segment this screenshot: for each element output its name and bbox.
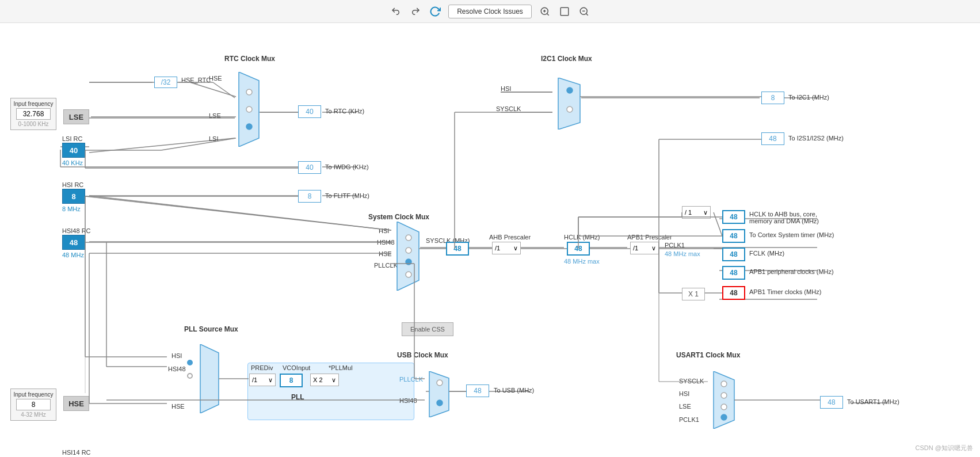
apb1-timer-box: 48 [722,286,745,300]
pll-hsi48-label: HSI48 [168,365,186,372]
prediv-dropdown[interactable]: /1 ∨ [249,374,276,386]
usb-mux-shape[interactable] [425,371,453,417]
input-freq-label-1: Input frequency [14,101,54,107]
prediv-value: /1 [252,376,257,383]
to-usb-label: To USB (MHz) [494,387,534,394]
hsi-block: 8 [62,189,85,204]
svg-point-44 [406,235,411,241]
hclk-ahb-box: 48 [722,210,745,224]
i2c1-sysclk-label: SYSCLK [496,105,521,112]
usart1-sysclk-label: SYSCLK [679,378,704,384]
svg-point-57 [721,393,727,398]
sys-hse-label: HSE [379,250,392,257]
hsi-rc-label: HSI RC [62,181,83,188]
svg-point-56 [721,381,727,387]
refresh-button[interactable] [429,5,441,18]
svg-line-65 [161,138,236,150]
fclk-label: FCLK (MHz) [749,250,784,257]
input-freq-value-2[interactable] [16,399,51,410]
svg-point-59 [721,414,727,420]
hclk-label: HCLK (MHz) [564,234,600,241]
pll-hsi-radio[interactable] [187,360,193,365]
pll-hsi48-radio[interactable] [187,373,193,379]
svg-marker-43 [397,222,419,291]
cortex-box: 48 [722,229,745,243]
zoom-in-button[interactable] [539,5,551,18]
usb-hsi48-label: HSI48 [399,397,417,404]
to-usart1-label: To USART1 (MHz) [847,398,899,405]
pclk1-max-label: 48 MHz max [665,250,700,257]
enable-css-button[interactable]: Enable CSS [402,322,453,336]
svg-point-45 [406,247,411,253]
hsi48-block: 48 [62,235,85,250]
vcoinput-label: VCOInput [283,364,310,371]
svg-point-42 [246,124,252,130]
apb1-prescaler-label: APB1 Prescaler [627,234,672,241]
hclk-ahb-label2: memory and DMA (MHz) [749,218,819,224]
svg-point-53 [437,380,443,386]
zoom-out-button[interactable] [578,5,590,18]
lsi-rc-label: LSI RC [62,135,82,142]
hse-rtc-label: HSE_RTC [181,77,211,83]
cortex-prescaler-dropdown[interactable]: / 1 ∨ [682,206,711,219]
hse-block: HSE [63,396,89,411]
lsi-block: 40 [62,143,85,158]
flitf-output-box: 8 [298,190,321,203]
usb-clock-mux-label: USB Clock Mux [397,351,448,359]
usb-output-box: 48 [466,384,489,397]
svg-line-22 [89,196,391,230]
ahb-prescaler-dropdown[interactable]: /1 ∨ [492,242,521,254]
to-i2c1-label: To I2C1 (MHz) [788,94,829,101]
pllmul-dropdown[interactable]: X 2 ∨ [310,374,339,386]
input-freq-panel-1: Input frequency 0-1000 KHz [10,98,56,130]
i2c1-clock-mux-label: I2C1 Clock Mux [541,55,592,63]
sysclk-value-box: 48 [446,242,469,256]
i2c1-hsi-label: HSI [501,85,511,92]
lse-block: LSE [63,109,89,124]
redo-button[interactable] [409,5,422,18]
iwdg-output-box: 40 [298,161,321,174]
apb1-prescaler-dropdown[interactable]: /1 ∨ [630,242,659,254]
input-freq-value-1[interactable] [16,108,51,120]
pll-hsi-label: HSI [171,352,182,359]
hsi-mhz-label: 8 MHz [62,205,81,212]
svg-point-47 [406,272,411,277]
clock-canvas: RTC Clock Mux I2C1 Clock Mux System Cloc… [0,23,980,457]
svg-point-40 [246,89,252,95]
svg-point-46 [406,259,411,265]
i2c1-output-box: 8 [761,92,784,104]
prediv-chevron: ∨ [268,376,273,384]
usb-pllclk-label: PLLCLK [399,376,423,383]
usart1-mux-shape[interactable] [708,371,739,429]
svg-line-10 [213,82,235,98]
rtc-mux-shape[interactable] [233,72,262,147]
fclk-box: 48 [722,247,745,261]
pllmul-value: X 2 [313,376,323,383]
lsi-khz-label: 40 KHz [62,159,83,166]
pllmul-chevron: ∨ [331,376,336,384]
apb1-per-box: 48 [722,266,745,280]
i2c1-mux-shape[interactable] [552,78,584,130]
input-freq-range-1: 0-1000 KHz [18,121,49,127]
svg-point-49 [567,87,573,93]
usart1-clock-mux-label: USART1 Clock Mux [676,351,740,359]
svg-line-70 [85,196,391,230]
lse-mux-label: LSE [209,112,221,119]
input-freq-range-2: 4-32 MHz [21,412,45,418]
cortex-prescaler-chevron: ∨ [703,209,708,216]
pclk1-label: PCLK1 [665,242,685,249]
svg-line-62 [190,82,236,97]
ahb-prescaler-value: /1 [495,245,500,252]
input-freq-label-2: Input frequency [14,391,54,398]
pll-inner-label: PLL [291,393,304,401]
hclk-value-box: 48 [567,242,590,256]
system-mux-shape[interactable] [391,222,423,291]
fit-view-button[interactable] [558,5,571,18]
undo-button[interactable] [390,5,402,18]
resolve-clock-issues-button[interactable]: Resolve Clock Issues [448,5,532,18]
pll-source-mux-label: PLL Source Mux [184,325,238,333]
vco-value-box: 8 [280,374,303,387]
svg-point-41 [246,106,252,112]
cortex-label: To Cortex System timer (MHz) [749,231,834,238]
pll-source-mux-shape[interactable] [195,344,223,413]
